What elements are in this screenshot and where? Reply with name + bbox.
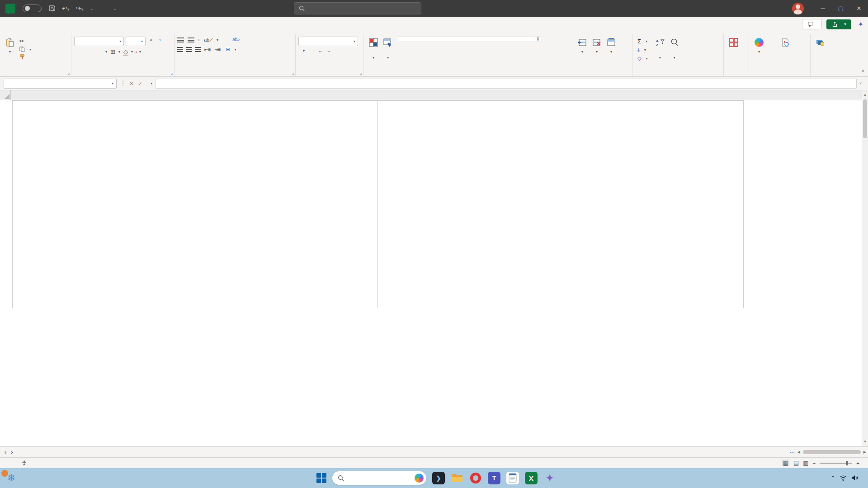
format-cells-button[interactable]: ▾	[604, 37, 618, 55]
save-icon[interactable]	[49, 5, 56, 12]
weather-widget[interactable]: ❄	[0, 471, 22, 485]
delete-cells-button[interactable]: ▾	[590, 37, 604, 55]
addins-button[interactable]	[726, 37, 741, 50]
cancel-entry-icon[interactable]: ✕	[129, 80, 134, 87]
solver-button[interactable]	[813, 37, 828, 50]
accessibility-status[interactable]	[22, 460, 29, 465]
hidden-icons-chevron-icon[interactable]: ⌃	[831, 475, 835, 481]
align-center-icon[interactable]	[186, 47, 192, 52]
share-button[interactable]: ▾	[826, 19, 851, 29]
number-format-select[interactable]: ▾	[298, 37, 358, 46]
file-explorer-icon[interactable]	[451, 472, 463, 484]
alignment-dialog-launcher-icon[interactable]: ⌟	[292, 70, 294, 75]
select-all-corner[interactable]	[0, 90, 11, 100]
tab-options-icon[interactable]: ⋯	[789, 449, 795, 455]
paste-button[interactable]: ▾	[3, 37, 17, 55]
taskbar-search-box[interactable]	[332, 471, 426, 485]
decrease-decimal-icon[interactable]: →	[327, 48, 331, 53]
volume-icon[interactable]	[851, 475, 858, 481]
ms-teams-icon[interactable]: T	[488, 472, 500, 484]
zoom-slider-thumb[interactable]	[846, 461, 848, 465]
close-button[interactable]: ✕	[850, 0, 868, 17]
annual-revenue-chart[interactable]	[13, 101, 378, 308]
cut-button[interactable]: ✂	[18, 38, 33, 45]
align-right-icon[interactable]	[195, 47, 201, 52]
task-view-icon[interactable]: ❯	[432, 472, 445, 484]
fill-color-icon[interactable]: ◇	[123, 48, 128, 55]
zoom-slider[interactable]	[820, 463, 852, 464]
sort-filter-button[interactable]: AZ ▾	[653, 37, 667, 61]
number-dialog-launcher-icon[interactable]: ⌟	[360, 70, 362, 75]
vertical-scrollbar-thumb[interactable]	[863, 99, 867, 138]
sheet-nav-right-icon[interactable]: ›	[11, 449, 13, 455]
scroll-down-icon[interactable]: ▼	[862, 438, 868, 446]
taskbar-clock[interactable]	[863, 475, 865, 481]
font-size-select[interactable]: ▾	[126, 37, 146, 46]
format-as-table-button[interactable]: ▾	[381, 37, 395, 61]
orientation-icon[interactable]: ab⟋	[204, 37, 213, 43]
clipboard-dialog-launcher-icon[interactable]: ⌟	[68, 70, 70, 75]
qat-customize-icon[interactable]: ⌄	[90, 6, 94, 11]
sheet-nav-left-icon[interactable]: ‹	[5, 449, 6, 455]
undo-icon[interactable]: ↶▾	[62, 5, 70, 12]
create-pdf-button[interactable]: A	[778, 37, 793, 56]
font-dialog-launcher-icon[interactable]: ⌟	[171, 70, 173, 75]
find-select-button[interactable]: ▾	[667, 37, 682, 61]
decrease-indent-icon[interactable]: ⇤≡	[204, 47, 211, 52]
page-layout-view-icon[interactable]: ▤	[793, 460, 799, 466]
visual-studio-icon[interactable]: ✦	[543, 472, 556, 484]
page-break-view-icon[interactable]: ▥	[803, 460, 808, 466]
copilot-chat-icon[interactable]: ✦	[858, 20, 863, 28]
excel-taskbar-icon[interactable]: X	[525, 472, 538, 484]
shrink-font-button[interactable]: ˅	[156, 38, 164, 45]
hscroll-right-icon[interactable]: ▶	[863, 450, 866, 454]
redo-icon[interactable]: ↷▾	[76, 5, 84, 12]
autosave-control[interactable]	[20, 5, 42, 12]
minimize-button[interactable]: ─	[814, 0, 832, 17]
annual-ebitda-chart[interactable]	[378, 101, 743, 308]
fill-button[interactable]: ⤓▾	[636, 47, 649, 53]
borders-icon[interactable]: ⊞	[110, 48, 115, 55]
font-family-select[interactable]: ▾	[74, 37, 124, 46]
vertical-scrollbar[interactable]: ▲ ▼	[862, 90, 868, 446]
zoom-out-icon[interactable]: −	[813, 460, 816, 466]
styles-gallery-more-icon[interactable]: ⊽	[534, 37, 542, 42]
normal-view-icon[interactable]: ▦	[782, 460, 789, 466]
new-sheet-button[interactable]	[18, 447, 27, 457]
network-icon[interactable]	[840, 475, 847, 481]
clear-button[interactable]: ◇▾	[636, 55, 649, 62]
autosum-button[interactable]: Σ▾	[636, 38, 649, 45]
format-painter-button[interactable]	[18, 54, 33, 60]
align-left-icon[interactable]	[177, 47, 183, 52]
comments-button[interactable]	[802, 19, 822, 29]
name-box[interactable]: ▾	[4, 79, 117, 89]
increase-indent-icon[interactable]: ⇥≡	[214, 47, 221, 52]
autosave-toggle[interactable]	[23, 5, 42, 12]
start-button[interactable]	[316, 473, 326, 483]
opera-browser-icon[interactable]	[469, 472, 482, 484]
user-avatar[interactable]	[792, 3, 804, 14]
document-title[interactable]: ⌄	[104, 6, 117, 11]
hscroll-left-icon[interactable]: ◀	[797, 450, 800, 454]
copilot-button[interactable]: ▾	[752, 37, 766, 55]
grow-font-button[interactable]: ˄	[147, 38, 155, 45]
insert-cells-button[interactable]: ▾	[575, 37, 590, 55]
charts-panel[interactable]	[12, 100, 744, 308]
enter-entry-icon[interactable]: ✓	[138, 80, 142, 87]
conditional-formatting-button[interactable]: ▾	[366, 37, 381, 61]
collapse-ribbon-icon[interactable]: ˅	[858, 34, 868, 76]
wrap-text-button[interactable]: ab⤶	[231, 37, 244, 43]
merge-center-button[interactable]: ⊟▾	[224, 46, 237, 53]
align-bottom-icon[interactable]	[198, 39, 200, 41]
maximize-button[interactable]: ▢	[832, 0, 850, 17]
title-search-box[interactable]	[294, 2, 421, 14]
notepad-icon[interactable]	[506, 472, 519, 484]
horizontal-scrollbar-thumb[interactable]	[803, 450, 861, 454]
copy-button[interactable]: ▾	[18, 46, 33, 52]
excel-app-icon[interactable]	[5, 4, 15, 14]
align-top-icon[interactable]	[177, 38, 184, 42]
increase-decimal-icon[interactable]: ←	[318, 48, 322, 53]
zoom-in-icon[interactable]: +	[856, 460, 859, 466]
scroll-up-icon[interactable]: ▲	[862, 91, 868, 99]
align-middle-icon[interactable]	[188, 38, 194, 42]
